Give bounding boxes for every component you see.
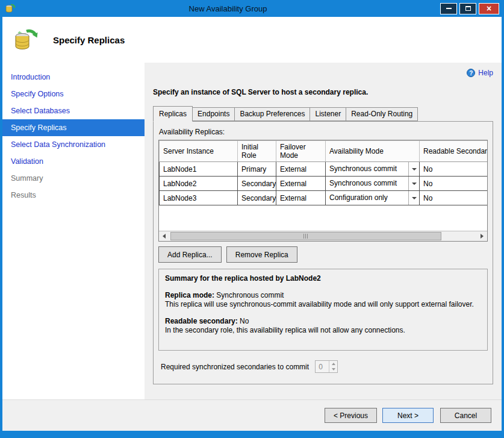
- next-button[interactable]: Next >: [382, 408, 434, 423]
- cell-server-instance: LabNode2: [160, 177, 237, 190]
- close-icon: ×: [487, 4, 491, 13]
- summary-title: Summary for the replica hosted by LabNod…: [165, 274, 481, 284]
- minimize-button[interactable]: [440, 3, 457, 14]
- spinner-down-icon: [329, 367, 337, 373]
- window-title: New Availability Group: [16, 4, 440, 13]
- quorum-spinner: 0: [315, 360, 338, 373]
- summary-readable-description: In the secondary role, this availability…: [165, 326, 481, 336]
- chevron-down-icon[interactable]: [408, 162, 419, 176]
- close-button[interactable]: ×: [479, 3, 499, 14]
- cell-failover-mode: External: [276, 177, 325, 190]
- availability-mode-dropdown[interactable]: Configuration only: [326, 191, 419, 205]
- summary-replica-mode-label: Replica mode:: [165, 291, 214, 299]
- quorum-value: 0: [316, 361, 329, 372]
- window-controls: ×: [440, 3, 499, 14]
- summary-replica-mode-line: Replica mode: Synchronous commit: [165, 291, 481, 301]
- availability-replicas-label: Availability Replicas:: [159, 128, 488, 136]
- grid-button-row: Add Replica... Remove Replica: [158, 246, 488, 263]
- grid-header-row: Server Instance Initial Role Failover Mo…: [160, 141, 488, 162]
- tab-read-only-routing[interactable]: Read-Only Routing: [346, 107, 418, 121]
- cell-server-instance: LabNode3: [160, 192, 237, 205]
- sidebar-item-summary: Summary: [2, 170, 145, 187]
- maximize-button[interactable]: [459, 3, 476, 14]
- maximize-icon: [465, 6, 471, 11]
- minimize-icon: [446, 8, 452, 9]
- scrollbar-track[interactable]: [169, 231, 477, 241]
- tab-endpoints[interactable]: Endpoints: [192, 107, 235, 121]
- horizontal-scrollbar[interactable]: [159, 231, 487, 241]
- tab-bar: Replicas Endpoints Backup Preferences Li…: [153, 106, 493, 121]
- quorum-row: Required synchronized secondaries to com…: [161, 360, 488, 373]
- cell-failover-mode: External: [276, 163, 325, 176]
- page-title: Specify Replicas: [53, 35, 125, 45]
- tab-replicas[interactable]: Replicas: [153, 106, 193, 122]
- wizard-content: ? Help Specify an instance of SQL Server…: [145, 63, 502, 399]
- availability-mode-value: Configuration only: [326, 191, 408, 205]
- column-header-readable-secondary: Readable Secondary: [420, 141, 488, 162]
- sidebar-item-specify-replicas[interactable]: Specify Replicas: [2, 119, 145, 136]
- cancel-button[interactable]: Cancel: [440, 408, 491, 423]
- add-replica-button[interactable]: Add Replica...: [158, 246, 222, 263]
- availability-mode-dropdown[interactable]: Synchronous commit: [326, 162, 419, 176]
- summary-replica-mode-description: This replica will use synchronous-commit…: [165, 300, 481, 310]
- cell-readable-secondary[interactable]: No: [420, 177, 487, 190]
- replica-summary-panel: Summary for the replica hosted by LabNod…: [158, 269, 488, 351]
- table-row: LabNode2 Secondary External Synchronous …: [160, 177, 488, 191]
- availability-mode-value: Synchronous commit: [326, 177, 408, 190]
- sidebar-item-specify-options[interactable]: Specify Options: [2, 86, 145, 102]
- chevron-down-icon[interactable]: [408, 191, 419, 205]
- availability-group-icon: [12, 26, 40, 54]
- column-header-availability-mode: Availability Mode: [326, 141, 420, 162]
- column-header-server-instance: Server Instance: [160, 141, 238, 162]
- scrollbar-thumb[interactable]: [170, 232, 441, 240]
- table-row: LabNode1 Primary External Synchronous co…: [160, 162, 488, 177]
- spinner-up-icon: [329, 361, 337, 367]
- instruction-text: Specify an instance of SQL Server to hos…: [153, 88, 492, 96]
- app-icon: [5, 3, 16, 14]
- table-row: LabNode3 Secondary External Configuratio…: [160, 191, 488, 205]
- help-link[interactable]: Help: [478, 69, 493, 77]
- quorum-label: Required synchronized secondaries to com…: [161, 363, 309, 371]
- tab-backup-preferences[interactable]: Backup Preferences: [234, 107, 310, 121]
- sidebar-item-select-data-synchronization[interactable]: Select Data Synchronization: [2, 136, 145, 153]
- availability-mode-value: Synchronous commit: [326, 162, 408, 176]
- scroll-left-button[interactable]: [159, 231, 169, 241]
- column-header-failover-mode: Failover Mode: [276, 141, 326, 162]
- cell-initial-role: Secondary: [238, 177, 276, 190]
- remove-replica-button[interactable]: Remove Replica: [226, 246, 297, 263]
- help-row: ? Help: [151, 69, 493, 77]
- help-icon: ?: [467, 69, 475, 77]
- sidebar-item-results: Results: [2, 187, 145, 204]
- wizard-steps-sidebar: Introduction Specify Options Select Data…: [2, 63, 145, 399]
- tab-listener[interactable]: Listener: [310, 107, 346, 121]
- sidebar-item-introduction[interactable]: Introduction: [2, 69, 145, 86]
- spinner-buttons: [329, 361, 337, 372]
- summary-readable-line: Readable secondary: No: [165, 317, 481, 327]
- replicas-grid-viewport: Server Instance Initial Role Failover Mo…: [159, 140, 487, 231]
- replicas-tab-page: Availability Replicas: Server Instance: [153, 121, 493, 384]
- cell-failover-mode: External: [276, 192, 325, 205]
- cell-initial-role: Primary: [238, 163, 276, 176]
- cell-initial-role: Secondary: [238, 192, 276, 205]
- summary-replica-mode-value: Synchronous commit: [214, 291, 284, 299]
- cell-readable-secondary[interactable]: No: [420, 192, 487, 205]
- replicas-grid: Server Instance Initial Role Failover Mo…: [158, 140, 488, 242]
- scroll-right-icon: [481, 234, 484, 239]
- new-availability-group-window: New Availability Group × Specify Repl: [0, 0, 504, 438]
- scrollbar-grip-icon: [303, 232, 308, 240]
- chevron-down-icon[interactable]: [408, 177, 419, 190]
- summary-readable-value: No: [238, 317, 249, 325]
- scroll-right-button[interactable]: [477, 231, 487, 241]
- cell-readable-secondary[interactable]: No: [420, 163, 487, 176]
- cell-server-instance: LabNode1: [160, 163, 237, 176]
- titlebar[interactable]: New Availability Group ×: [2, 0, 502, 17]
- wizard-footer: < Previous Next > Cancel: [2, 399, 502, 431]
- wizard-header: Specify Replicas: [2, 17, 502, 63]
- previous-button[interactable]: < Previous: [325, 408, 377, 423]
- summary-readable-label: Readable secondary:: [165, 317, 238, 325]
- sidebar-item-select-databases[interactable]: Select Databases: [2, 102, 145, 119]
- availability-mode-dropdown[interactable]: Synchronous commit: [326, 177, 419, 190]
- sidebar-item-validation[interactable]: Validation: [2, 153, 145, 170]
- column-header-initial-role: Initial Role: [238, 141, 276, 162]
- scroll-left-icon: [163, 234, 166, 239]
